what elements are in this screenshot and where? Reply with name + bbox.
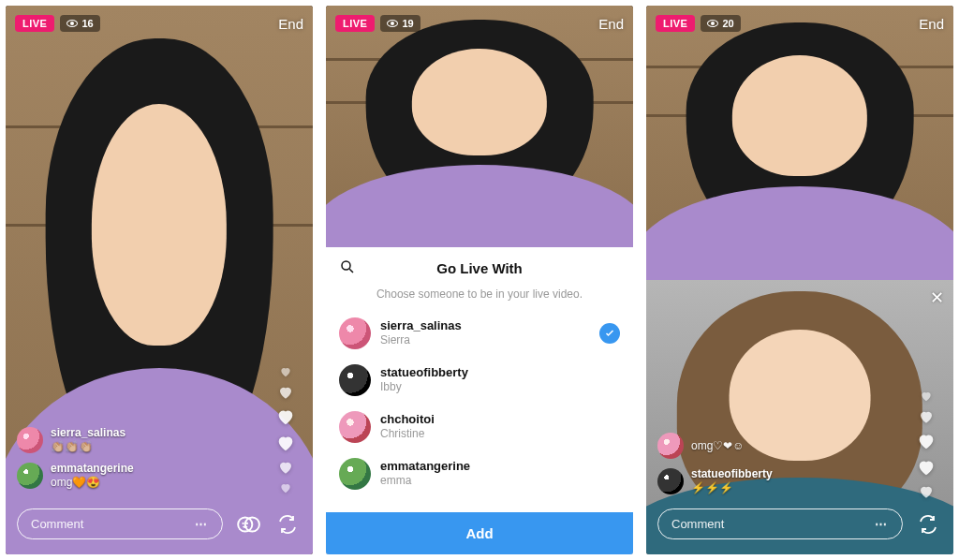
invite-username: statueofibberty [380, 366, 468, 380]
comment-text: ⚡⚡⚡ [691, 481, 733, 494]
heart-icon [275, 433, 296, 453]
avatar [339, 364, 371, 396]
live-badge: LIVE [656, 15, 695, 32]
avatar [17, 427, 43, 453]
add-button[interactable]: Add [326, 512, 633, 554]
floating-hearts [916, 390, 937, 500]
avatar [339, 317, 371, 349]
sheet-header: Go Live With [326, 247, 633, 282]
heart-icon [277, 384, 294, 401]
live-stream-screen-split: ✕ LIVE 20 End omg♡❤︎☺︎ statueofibberty ⚡… [646, 6, 953, 554]
invite-user-row[interactable]: emmatangerine emma [326, 450, 633, 497]
search-icon[interactable] [339, 258, 356, 278]
avatar [339, 458, 371, 490]
live-comment[interactable]: emmatangerine omg🧡😍 [17, 463, 229, 489]
avatar [17, 463, 43, 489]
viewer-count: 20 [722, 18, 733, 29]
viewer-count: 19 [402, 18, 413, 29]
comment-placeholder: Comment [671, 517, 724, 531]
comment-username: statueofibberty [691, 468, 773, 480]
svg-point-4 [342, 261, 350, 270]
more-options-icon[interactable]: ⋯ [195, 517, 209, 531]
invite-fullname: emma [380, 474, 470, 487]
invite-fullname: Ibby [380, 380, 468, 393]
live-bottom-controls: Comment ⋯ [657, 508, 942, 539]
end-live-button[interactable]: End [278, 16, 303, 32]
floating-hearts [275, 365, 296, 494]
comment-input[interactable]: Comment ⋯ [17, 508, 223, 539]
invite-user-row[interactable]: statueofibberty Ibby [326, 357, 633, 404]
heart-icon [916, 431, 937, 451]
live-stream-screen-basic: LIVE 16 End sierra_salinas 👏🏼👏🏼👏🏼 emmata… [6, 6, 313, 554]
svg-point-3 [246, 522, 248, 523]
svg-point-2 [243, 522, 244, 523]
live-top-bar: LIVE 16 End [15, 15, 303, 32]
sheet-subtitle: Choose someone to be in your live video. [326, 282, 633, 310]
live-badge: LIVE [15, 15, 54, 32]
viewer-count-badge[interactable]: 20 [701, 15, 740, 32]
heart-icon [279, 365, 292, 378]
eye-icon [707, 20, 718, 27]
invite-username: sierra_salinas [380, 319, 462, 333]
avatar [657, 433, 684, 459]
comment-text: omg♡❤︎☺︎ [691, 439, 745, 452]
comment-text: 👏🏼👏🏼👏🏼 [51, 440, 93, 453]
remove-guest-button[interactable]: ✕ [930, 287, 944, 308]
live-video-self [326, 6, 633, 247]
avatar [339, 411, 371, 443]
heart-icon [916, 457, 937, 478]
live-stream-screen-invite-sheet: LIVE 19 End Go Live With Choose someone … [326, 6, 633, 554]
invite-fullname: Sierra [380, 333, 462, 346]
live-comment[interactable]: sierra_salinas 👏🏼👏🏼👏🏼 [17, 427, 229, 453]
live-comment[interactable]: omg♡❤︎☺︎ [657, 433, 869, 459]
heart-icon [920, 390, 933, 403]
heart-icon [279, 481, 292, 494]
more-options-icon[interactable]: ⋯ [875, 517, 889, 531]
viewer-count-badge[interactable]: 19 [380, 15, 420, 32]
comment-text: omg🧡😍 [51, 476, 100, 489]
live-comments-list: omg♡❤︎☺︎ statueofibberty ⚡⚡⚡ [657, 433, 869, 494]
live-video-self [646, 6, 953, 280]
eye-icon [66, 20, 78, 27]
heart-icon [275, 406, 296, 427]
invite-user-row[interactable]: chchoitoi Christine [326, 404, 633, 450]
invite-user-row[interactable]: sierra_salinas Sierra [326, 310, 633, 357]
comment-input[interactable]: Comment ⋯ [657, 508, 903, 539]
selected-check-icon[interactable] [599, 323, 620, 344]
comment-username: emmatangerine [51, 463, 134, 475]
invite-username: chchoitoi [380, 413, 435, 427]
face-filter-button[interactable] [234, 510, 262, 538]
end-live-button[interactable]: End [598, 16, 624, 32]
comment-username: sierra_salinas [51, 427, 125, 439]
invite-username: emmatangerine [380, 460, 470, 474]
end-live-button[interactable]: End [919, 16, 944, 32]
live-top-bar: LIVE 20 End [656, 15, 944, 32]
eye-icon [387, 20, 398, 27]
invite-fullname: Christine [380, 427, 435, 440]
heart-icon [918, 483, 935, 500]
viewer-count: 16 [81, 18, 93, 29]
live-top-bar: LIVE 19 End [335, 15, 624, 32]
heart-icon [277, 459, 294, 476]
switch-camera-button[interactable] [273, 510, 302, 538]
live-bottom-controls: Comment ⋯ [17, 508, 302, 539]
heart-icon [918, 408, 935, 425]
sheet-title: Go Live With [436, 260, 523, 276]
switch-camera-button[interactable] [914, 510, 942, 538]
go-live-with-sheet: Go Live With Choose someone to be in you… [326, 247, 633, 554]
comment-placeholder: Comment [31, 517, 83, 531]
viewer-count-badge[interactable]: 16 [60, 15, 99, 32]
live-comments-list: sierra_salinas 👏🏼👏🏼👏🏼 emmatangerine omg🧡… [17, 427, 229, 489]
live-badge: LIVE [335, 15, 375, 32]
live-comment[interactable]: statueofibberty ⚡⚡⚡ [657, 468, 869, 494]
avatar [657, 468, 684, 494]
